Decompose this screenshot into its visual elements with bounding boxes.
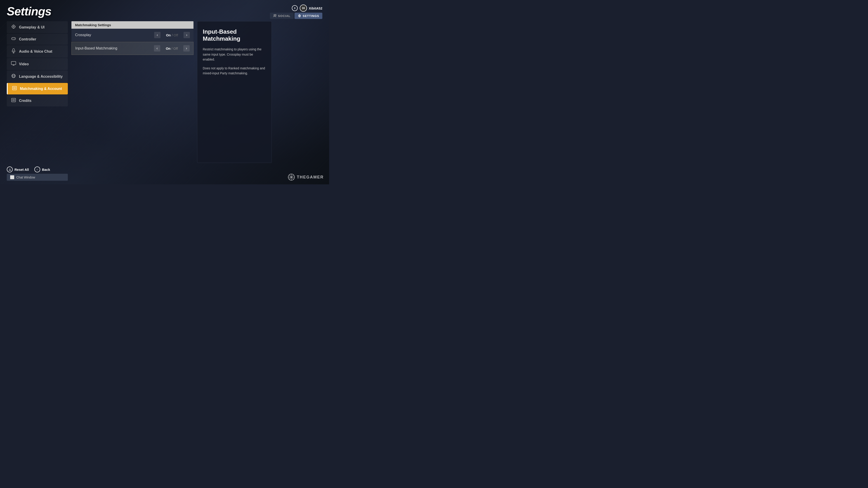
svg-point-6: [13, 26, 14, 27]
crosshair-icon: [11, 24, 16, 30]
crossplay-control: ‹ On / Off ›: [154, 32, 190, 38]
list-icon-credits: [11, 98, 16, 103]
back-icon: ○: [34, 166, 40, 172]
user-info: 0 16 XibitA52: [291, 4, 322, 12]
gear-icon: [298, 14, 301, 18]
bottom-actions: △ Reset All ○ Back: [7, 166, 322, 172]
crossplay-sep: /: [172, 33, 174, 37]
header: Settings 0 16 XibitA52: [0, 0, 329, 21]
svg-point-14: [14, 38, 15, 39]
main-content: Gameplay & UI Controller: [0, 21, 329, 163]
social-tab-label: SOCIAL: [278, 14, 290, 18]
tab-social[interactable]: SOCIAL: [270, 13, 293, 19]
sidebar-item-gameplay-ui-label: Gameplay & UI: [19, 25, 44, 29]
input-matchmaking-prev-btn[interactable]: ‹: [154, 45, 160, 52]
svg-rect-19: [11, 61, 16, 65]
controller-icon: [11, 37, 16, 41]
reset-all-label: Reset All: [14, 168, 29, 171]
svg-rect-11: [11, 37, 16, 40]
svg-point-4: [299, 15, 300, 17]
crossplay-value: On / Off: [164, 33, 180, 37]
user-level-badge: 16: [300, 4, 307, 12]
chat-icon: ⬜: [10, 175, 14, 180]
input-matchmaking-val-on: On: [166, 46, 170, 51]
username: XibitA52: [309, 6, 322, 10]
svg-text:0: 0: [294, 7, 296, 9]
crossplay-label: Crossplay: [75, 33, 91, 37]
sidebar-item-video-label: Video: [19, 62, 29, 66]
input-matchmaking-value: On / Off: [164, 46, 180, 51]
svg-point-5: [12, 25, 15, 28]
info-title: Input-Based Matchmaking: [203, 28, 266, 42]
sidebar-item-controller-label: Controller: [19, 37, 36, 41]
sidebar-item-matchmaking-label: Matchmaking & Account: [20, 87, 62, 91]
crossplay-prev-btn[interactable]: ‹: [154, 32, 160, 38]
input-matchmaking-label: Input-Based Matchmaking: [75, 46, 117, 51]
sidebar-item-controller[interactable]: Controller: [7, 34, 68, 45]
sidebar-item-credits-label: Credits: [19, 99, 31, 103]
tab-settings[interactable]: SETTINGS: [294, 13, 322, 19]
setting-row-input-matchmaking[interactable]: Input-Based Matchmaking ‹ On / Off ›: [71, 42, 193, 55]
nav-tabs: SOCIAL SETTINGS: [270, 13, 322, 19]
bottom-bar: △ Reset All ○ Back ⬜ Chat Window: [0, 163, 329, 184]
input-matchmaking-next-btn[interactable]: ›: [183, 45, 190, 52]
globe-icon: [11, 74, 16, 79]
sidebar-item-credits[interactable]: Credits: [7, 95, 68, 106]
back-label: Back: [42, 168, 50, 171]
mic-icon: [11, 48, 16, 55]
sidebar-item-matchmaking[interactable]: Matchmaking & Account: [7, 83, 68, 94]
settings-rows: Crossplay ‹ On / Off › Input-Based Match…: [71, 29, 193, 55]
social-icon: [273, 14, 277, 18]
info-desc-2: Does not apply to Ranked matchmaking and…: [203, 66, 266, 76]
chat-window-label: Chat Window: [16, 175, 35, 179]
settings-panel: Matchmaking Settings Crossplay ‹ On / Of…: [71, 21, 193, 163]
top-right-area: 0 16 XibitA52 SOCIAL: [270, 4, 322, 19]
monitor-icon: [11, 61, 16, 67]
sidebar-item-language[interactable]: Language & Accessibility: [7, 70, 68, 83]
sidebar-item-gameplay-ui[interactable]: Gameplay & UI: [7, 21, 68, 33]
svg-point-15: [14, 39, 14, 39]
input-matchmaking-val-off: Off: [174, 46, 178, 51]
settings-tab-label: SETTINGS: [303, 14, 319, 18]
back-action[interactable]: ○ Back: [34, 166, 50, 172]
crossplay-next-btn[interactable]: ›: [184, 32, 190, 38]
info-panel: Input-Based Matchmaking Restrict matchma…: [197, 21, 272, 163]
crossplay-val-on: On: [166, 33, 170, 37]
section-title: Matchmaking Settings: [71, 21, 193, 29]
sidebar: Gameplay & UI Controller: [7, 21, 68, 163]
svg-rect-16: [13, 48, 14, 51]
page-title: Settings: [7, 4, 51, 18]
reset-all-icon: △: [7, 166, 13, 172]
info-desc-1: Restrict matchmaking to players using th…: [203, 47, 266, 62]
list-icon-matchmaking: [12, 86, 17, 91]
reset-all-action[interactable]: △ Reset All: [7, 166, 29, 172]
input-matchmaking-sep: /: [171, 46, 173, 51]
sidebar-item-audio-label: Audio & Voice Chat: [19, 50, 52, 54]
sidebar-item-language-label: Language & Accessibility: [19, 74, 63, 78]
chat-window-bar[interactable]: ⬜ Chat Window: [7, 174, 68, 181]
input-matchmaking-control: ‹ On / Off ›: [154, 45, 190, 52]
setting-row-crossplay[interactable]: Crossplay ‹ On / Off ›: [71, 29, 193, 41]
credits-icon: 0: [291, 5, 298, 11]
crossplay-val-off: Off: [174, 33, 178, 37]
sidebar-item-audio[interactable]: Audio & Voice Chat: [7, 45, 68, 58]
sidebar-item-video[interactable]: Video: [7, 58, 68, 70]
